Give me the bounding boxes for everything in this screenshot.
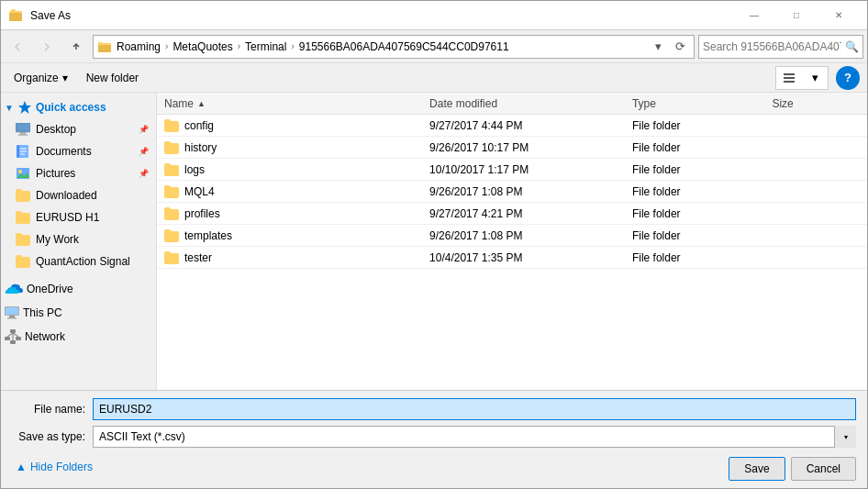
folder-mywork-icon bbox=[16, 233, 30, 246]
breadcrumb-metaquotes[interactable]: MetaQuotes bbox=[170, 39, 235, 54]
folder-icon bbox=[164, 229, 179, 242]
cancel-button[interactable]: Cancel bbox=[791, 457, 856, 481]
star-icon bbox=[17, 100, 32, 115]
svg-rect-22 bbox=[6, 307, 18, 315]
forward-button[interactable] bbox=[34, 35, 60, 59]
window-title: Save As bbox=[30, 9, 71, 22]
cell-date: 10/10/2017 1:17 PM bbox=[422, 163, 625, 176]
filename-row: File name: bbox=[12, 398, 856, 420]
sidebar-downloaded-label: Downloaded bbox=[36, 189, 97, 202]
save-button[interactable]: Save bbox=[729, 457, 785, 481]
desktop-icon bbox=[16, 123, 30, 136]
file-area: Name ▲ Date modified Type Size config 9/… bbox=[157, 93, 867, 390]
title-bar-left: Save As bbox=[8, 8, 71, 23]
table-row[interactable]: templates 9/26/2017 1:08 PM File folder bbox=[157, 225, 867, 247]
svg-rect-6 bbox=[784, 73, 795, 75]
sidebar-item-quantaction[interactable]: QuantAction Signal bbox=[8, 250, 156, 272]
sidebar-item-eurusd[interactable]: EURUSD H1 bbox=[8, 206, 156, 228]
svg-point-19 bbox=[18, 170, 22, 173]
quick-access-label: Quick access bbox=[36, 101, 106, 114]
search-icon: 🔍 bbox=[845, 40, 859, 53]
main-area: ▼ Quick access Desktop 📌 bbox=[1, 93, 867, 390]
breadcrumb-id[interactable]: 915566BA06ADA407569C544CC0D97611 bbox=[296, 39, 512, 54]
folder-icon bbox=[164, 119, 179, 132]
up-button[interactable] bbox=[63, 35, 89, 59]
sidebar: ▼ Quick access Desktop 📌 bbox=[1, 93, 157, 390]
svg-rect-2 bbox=[11, 9, 16, 13]
col-header-date[interactable]: Date modified bbox=[422, 93, 625, 114]
table-row[interactable]: logs 10/10/2017 1:17 PM File folder bbox=[157, 159, 867, 181]
cell-type: File folder bbox=[625, 207, 765, 220]
address-bar[interactable]: Roaming › MetaQuotes › Terminal › 915566… bbox=[93, 35, 695, 59]
thispc-item[interactable]: This PC bbox=[1, 302, 156, 324]
folder-icon-address bbox=[97, 39, 112, 54]
view-details-button[interactable] bbox=[776, 67, 802, 89]
hide-folders-button[interactable]: ▲ Hide Folders bbox=[12, 459, 96, 475]
back-button[interactable] bbox=[5, 35, 30, 59]
cell-type: File folder bbox=[625, 141, 765, 154]
table-row[interactable]: MQL4 9/26/2017 1:08 PM File folder bbox=[157, 181, 867, 203]
organize-button[interactable]: Organize ▾ bbox=[8, 67, 73, 89]
dropdown-btn[interactable]: ▾ bbox=[648, 37, 668, 57]
cell-type: File folder bbox=[625, 229, 765, 242]
cell-date: 10/4/2017 1:35 PM bbox=[422, 251, 625, 264]
network-item[interactable]: Network bbox=[1, 326, 156, 348]
bottom-footer: ▲ Hide Folders Save Cancel bbox=[12, 453, 856, 481]
sidebar-item-downloaded[interactable]: Downloaded bbox=[8, 184, 156, 206]
help-button[interactable]: ? bbox=[836, 66, 860, 90]
sidebar-item-mywork[interactable]: My Work bbox=[8, 228, 156, 250]
savetype-select[interactable]: ASCII Text (*.csv) bbox=[93, 426, 856, 448]
close-button[interactable]: ✕ bbox=[818, 1, 860, 30]
pin-icon: 📌 bbox=[139, 125, 149, 134]
col-header-size[interactable]: Size bbox=[764, 93, 867, 114]
dialog-icon bbox=[8, 8, 23, 23]
file-table: Name ▲ Date modified Type Size config 9/… bbox=[157, 93, 867, 390]
breadcrumb-roaming[interactable]: Roaming bbox=[114, 39, 163, 54]
sort-asc-icon: ▲ bbox=[197, 99, 206, 108]
folder-icon bbox=[164, 185, 179, 198]
maximize-button[interactable]: □ bbox=[775, 1, 818, 30]
sidebar-item-pictures[interactable]: Pictures 📌 bbox=[8, 162, 156, 184]
documents-icon bbox=[16, 145, 30, 158]
sidebar-desktop-label: Desktop bbox=[36, 123, 76, 136]
title-controls: — □ ✕ bbox=[733, 1, 860, 30]
table-row[interactable]: history 9/26/2017 10:17 PM File folder bbox=[157, 137, 867, 159]
breadcrumb-path: Roaming › MetaQuotes › Terminal › 915566… bbox=[114, 39, 646, 54]
folder-icon bbox=[164, 141, 179, 154]
refresh-btn[interactable]: ⟳ bbox=[670, 37, 690, 57]
minimize-button[interactable]: — bbox=[733, 1, 775, 30]
thispc-label: This PC bbox=[23, 306, 62, 319]
sidebar-eurusd-label: EURUSD H1 bbox=[36, 211, 99, 224]
table-row[interactable]: tester 10/4/2017 1:35 PM File folder bbox=[157, 247, 867, 269]
quick-access-section[interactable]: ▼ Quick access bbox=[1, 96, 156, 118]
table-row[interactable]: profiles 9/27/2017 4:21 PM File folder bbox=[157, 203, 867, 225]
table-row[interactable]: config 9/27/2017 4:44 PM File folder bbox=[157, 115, 867, 137]
chevron-up-icon: ▲ bbox=[16, 461, 27, 473]
search-input[interactable] bbox=[703, 40, 841, 53]
new-folder-button[interactable]: New folder bbox=[81, 67, 144, 89]
file-header: Name ▲ Date modified Type Size bbox=[157, 93, 867, 115]
view-dropdown-button[interactable]: ▾ bbox=[802, 67, 828, 89]
svg-line-28 bbox=[7, 333, 13, 337]
sidebar-pictures-label: Pictures bbox=[36, 167, 75, 180]
sidebar-item-documents[interactable]: Documents 📌 bbox=[8, 140, 156, 162]
col-header-name[interactable]: Name ▲ bbox=[157, 93, 422, 114]
svg-rect-23 bbox=[9, 316, 15, 317]
cell-date: 9/27/2017 4:21 PM bbox=[422, 207, 625, 220]
svg-rect-31 bbox=[10, 340, 16, 344]
breadcrumb-terminal[interactable]: Terminal bbox=[242, 39, 289, 54]
onedrive-item[interactable]: OneDrive bbox=[1, 278, 156, 300]
svg-rect-26 bbox=[5, 337, 10, 340]
collapse-icon: ▼ bbox=[5, 103, 14, 113]
cell-type: File folder bbox=[625, 251, 765, 264]
col-header-type[interactable]: Type bbox=[625, 93, 765, 114]
network-icon bbox=[5, 329, 21, 344]
search-box[interactable]: 🔍 bbox=[698, 35, 863, 59]
cell-type: File folder bbox=[625, 163, 765, 176]
cell-name: tester bbox=[157, 251, 422, 264]
folder-icon bbox=[164, 163, 179, 176]
cell-date: 9/26/2017 1:08 PM bbox=[422, 185, 625, 198]
pin-icon-pics: 📌 bbox=[139, 169, 149, 178]
sidebar-item-desktop[interactable]: Desktop 📌 bbox=[8, 118, 156, 140]
filename-input[interactable] bbox=[93, 398, 856, 420]
